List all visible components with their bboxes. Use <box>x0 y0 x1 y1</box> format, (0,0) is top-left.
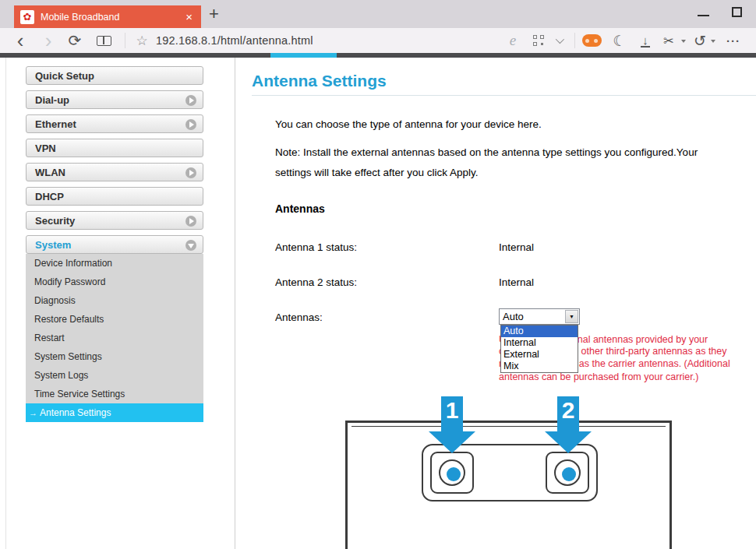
arrow-label-1: 1 <box>441 398 463 423</box>
antennas-dropdown-list: Auto Internal External Mix <box>500 325 578 373</box>
antenna1-status-value: Internal <box>499 241 534 253</box>
tab-title: Mobile Broadband <box>41 12 183 23</box>
antennas-select[interactable]: Auto ▼ <box>499 308 580 325</box>
note-text-line1: Note: Install the external antennas base… <box>275 146 698 158</box>
device-outline-right <box>669 421 672 549</box>
undo-icon[interactable]: ↺ <box>691 28 709 53</box>
option-auto[interactable]: Auto <box>501 326 578 337</box>
menu-ellipsis-icon[interactable]: ··· <box>722 28 745 53</box>
screenshot-scissors-icon[interactable]: ✂ <box>659 28 678 53</box>
ie-compat-icon[interactable]: e <box>503 28 522 53</box>
browser-tab[interactable]: ✿ Mobile Broadband × <box>14 5 201 28</box>
favorites-star-icon[interactable]: ☆ <box>132 28 151 53</box>
browser-toolbar: ‹ › ⟳ ☆ 192.168.8.1/html/antenna.html e … <box>0 28 756 53</box>
warning-text-line4: antennas can be purchased from your carr… <box>499 371 698 382</box>
arrow-down-2-icon: 2 <box>545 396 592 453</box>
option-mix[interactable]: Mix <box>501 361 578 372</box>
huawei-logo-icon: ✿ <box>20 10 34 24</box>
device-outline-top-inner <box>352 426 666 427</box>
forward-button-icon[interactable]: › <box>37 28 59 53</box>
download-icon[interactable]: ↓ <box>636 28 655 53</box>
night-mode-icon[interactable]: ☾ <box>609 28 630 53</box>
page-title: Antenna Settings <box>252 72 387 90</box>
arrow-label-2: 2 <box>557 398 579 423</box>
arrow-down-1-icon: 1 <box>429 396 475 453</box>
intro-text: You can choose the type of antenna for y… <box>275 118 542 130</box>
select-dropdown-button-icon[interactable]: ▼ <box>565 310 578 323</box>
antennas-select-label: Antennas: <box>275 311 323 323</box>
new-tab-button[interactable]: + <box>209 5 219 23</box>
tab-bar: ✿ Mobile Broadband × + <box>0 0 756 28</box>
antenna-port-1 <box>430 452 474 494</box>
option-internal[interactable]: Internal <box>501 337 578 349</box>
antenna2-status-label: Antenna 2 status: <box>275 276 357 288</box>
note-text-line2: settings will take effect after you clic… <box>275 167 479 178</box>
toolbar-separator <box>125 33 125 48</box>
toolbar-separator <box>574 33 575 48</box>
minimize-button[interactable] <box>696 8 712 20</box>
game-center-icon[interactable] <box>580 28 603 53</box>
antenna-port-2 <box>546 452 589 494</box>
tab-close-icon[interactable]: × <box>183 10 195 23</box>
antennas-section-title: Antennas <box>275 202 325 215</box>
undo-dropdown-caret-icon[interactable] <box>711 40 715 43</box>
port-dot-icon <box>447 467 461 481</box>
browser-window: ✿ Mobile Broadband × + ‹ › ⟳ ☆ 192.168.8… <box>0 0 756 549</box>
refresh-icon[interactable]: ⟳ <box>64 28 86 53</box>
address-bar[interactable]: 192.168.8.1/html/antenna.html <box>156 28 313 53</box>
port-dot-icon <box>562 467 576 481</box>
title-divider <box>252 95 756 96</box>
antenna2-status-value: Internal <box>499 276 534 288</box>
device-outline-left <box>345 421 348 549</box>
scissors-dropdown-caret-icon[interactable] <box>681 40 686 43</box>
device-outline-top <box>345 421 672 423</box>
chevron-down-icon[interactable] <box>550 28 567 53</box>
web-page: Quick Setup Dial-up Ethernet VPN WLAN DH… <box>0 58 756 549</box>
maximize-button[interactable] <box>730 5 745 20</box>
select-value: Auto <box>500 311 565 322</box>
back-button-icon[interactable]: ‹ <box>9 28 31 53</box>
antenna1-status-label: Antenna 1 status: <box>275 241 357 253</box>
reading-view-icon[interactable] <box>92 28 115 53</box>
option-external[interactable]: External <box>501 349 578 361</box>
qr-code-icon[interactable] <box>530 28 547 53</box>
main-content: Antenna Settings You can choose the type… <box>0 58 756 549</box>
